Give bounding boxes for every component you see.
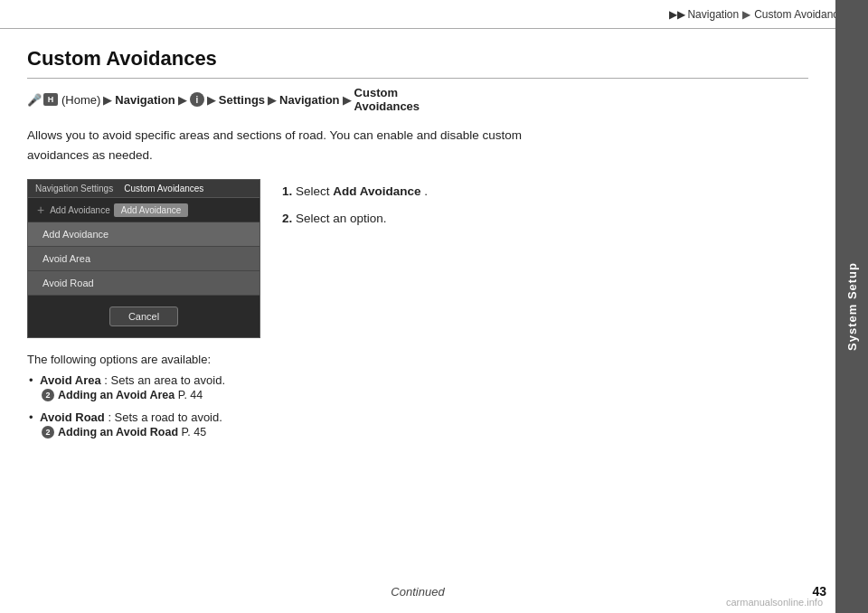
top-bar: ▶▶ Navigation ▶ Custom Avoidances — [0, 0, 868, 29]
ref-bold-road: Adding an Avoid Road — [58, 426, 178, 439]
path-arrow1: ▶ — [103, 93, 112, 107]
screen-header-left: Navigation Settings — [35, 184, 113, 193]
breadcrumb-arrows: ▶▶ — [669, 8, 685, 21]
main-content: Custom Avoidances 🎤 (Home) ▶ Navigation … — [0, 29, 835, 613]
screen-body: + Add Avoidance Add Avoidance Add Avoida… — [28, 198, 259, 337]
path-nav1: Navigation — [115, 93, 175, 107]
options-section: The following options are available: Avo… — [27, 353, 808, 439]
sidebar-label: System Setup — [845, 262, 859, 351]
step1-num: 1. — [282, 184, 292, 198]
path-line: 🎤 (Home) ▶ Navigation ▶ i ▶ Settings ▶ N… — [27, 86, 808, 113]
plus-icon: + — [37, 203, 44, 217]
steps-column: 1. Select Add Avoidance . 2. Select an o… — [282, 179, 428, 238]
step-2: 2. Select an option. — [282, 210, 428, 228]
cancel-container: Cancel — [28, 296, 259, 337]
step2-num: 2. — [282, 212, 292, 225]
right-sidebar: System Setup — [835, 0, 868, 613]
ref-text-road: Adding an Avoid Road P. 45 — [58, 426, 206, 439]
screen-header-right: Custom Avoidances — [124, 184, 203, 193]
option-avoid-road: Avoid Road : Sets a road to avoid. 2 Add… — [27, 410, 808, 439]
options-heading: The following options are available: — [27, 353, 808, 366]
page-title: Custom Avoidances — [27, 47, 808, 79]
step1-end: . — [424, 184, 428, 198]
screenshot-box: Navigation Settings Custom Avoidances + … — [27, 179, 260, 338]
sub-ref-area: 2 Adding an Avoid Area P. 44 — [40, 389, 808, 401]
ref-page-road: P. 45 — [182, 426, 207, 439]
two-col-layout: Navigation Settings Custom Avoidances + … — [27, 179, 808, 338]
ref-text-area: Adding an Avoid Area P. 44 — [58, 389, 203, 401]
home-icon — [43, 93, 58, 106]
breadcrumb: ▶▶ Navigation ▶ Custom Avoidances — [669, 8, 850, 21]
step-1: 1. Select Add Avoidance . — [282, 183, 428, 201]
option-avoid-area: Avoid Area : Sets an area to avoid. 2 Ad… — [27, 373, 808, 401]
ref-bold-area: Adding an Avoid Area — [58, 389, 175, 401]
continued-label: Continued — [0, 585, 835, 599]
info-icon: i — [190, 92, 204, 107]
path-arrow2: ▶ — [178, 93, 187, 107]
option-area-name: Avoid Area — [40, 373, 101, 387]
cancel-button[interactable]: Cancel — [109, 306, 178, 326]
option-road-name: Avoid Road — [40, 410, 105, 424]
path-custom: CustomAvoidances — [354, 86, 420, 113]
ref-page-area: P. 44 — [178, 389, 203, 401]
path-home-label: (Home) — [61, 93, 100, 107]
path-nav2: Navigation — [279, 93, 339, 107]
step1-bold: Add Avoidance — [333, 184, 420, 198]
breadcrumb-nav: Navigation — [687, 8, 739, 21]
sub-ref-road: 2 Adding an Avoid Road P. 45 — [40, 426, 808, 439]
dropdown-item-area[interactable]: Avoid Area — [28, 247, 259, 271]
dropdown-item-road[interactable]: Avoid Road — [28, 271, 259, 296]
ref-icon-area: 2 — [42, 389, 54, 401]
breadcrumb-arrow1: ▶ — [742, 8, 750, 21]
dropdown-item-add[interactable]: Add Avoidance — [28, 222, 259, 247]
mic-icon: 🎤 — [27, 93, 42, 107]
ref-icon-road: 2 — [42, 426, 54, 439]
option-area-desc: : Sets an area to avoid. — [104, 373, 225, 387]
add-avoidance-label: Add Avoidance — [50, 205, 110, 215]
path-arrow4: ▶ — [268, 93, 277, 107]
path-arrow3: ▶ — [207, 93, 216, 107]
dropdown-trigger[interactable]: Add Avoidance — [114, 203, 189, 217]
step1-text: Select — [296, 184, 333, 198]
option-road-desc: : Sets a road to avoid. — [108, 410, 222, 424]
step2-text: Select an option. — [296, 212, 387, 225]
description: Allows you to avoid specific areas and s… — [27, 126, 570, 165]
screen-header: Navigation Settings Custom Avoidances — [28, 180, 259, 198]
screen-dropdown: Add Avoidance Avoid Area Avoid Road — [28, 222, 259, 296]
screen-add-row: + Add Avoidance Add Avoidance — [28, 198, 259, 222]
path-arrow5: ▶ — [343, 93, 352, 107]
watermark: carmanualsonline.info — [726, 597, 823, 608]
path-settings: Settings — [219, 93, 265, 107]
